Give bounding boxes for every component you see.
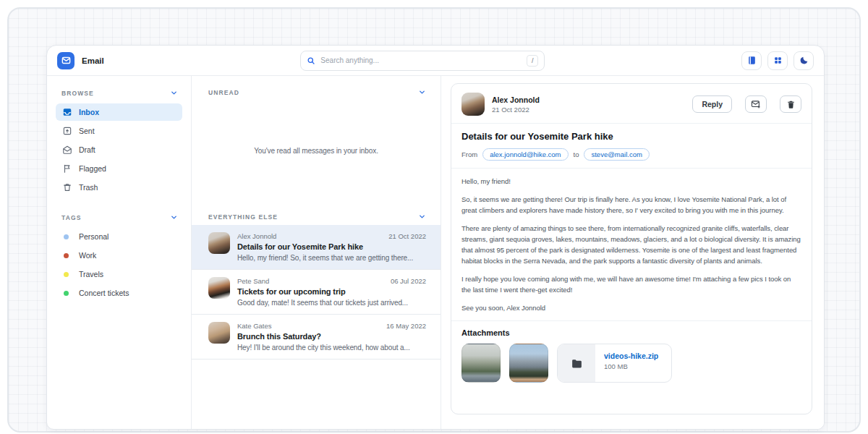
sidebar-item-label: Flagged [79, 164, 106, 173]
sidebar-item-flagged[interactable]: Flagged [56, 160, 182, 177]
tag-color-dot [64, 291, 69, 296]
detail-date: 21 Oct 2022 [492, 106, 540, 114]
tag-item-travels[interactable]: Travels [56, 265, 182, 283]
unread-label: UNREAD [208, 89, 239, 96]
email-body: Hello, my friend! So, it seems we are ge… [461, 176, 801, 313]
chevron-down-icon[interactable] [418, 88, 426, 96]
apps-button[interactable] [767, 51, 788, 70]
reading-pane: Alex Jonnold 21 Oct 2022 Reply D [441, 76, 824, 429]
chevron-down-icon[interactable] [170, 89, 178, 97]
mail-list-column: UNREAD You've read all messages in your … [192, 76, 441, 429]
folder-icon [558, 344, 595, 382]
email-date: 06 Jul 2022 [391, 277, 426, 285]
email-list-item[interactable]: Kate Gates 16 May 2022 Brunch this Satur… [192, 315, 441, 359]
body-paragraph: There are plenty of amazing things to se… [461, 223, 801, 266]
trash-icon [786, 100, 796, 109]
dark-mode-button[interactable] [793, 51, 814, 70]
browse-section-header: BROWSE [56, 83, 182, 103]
search-box[interactable]: / [300, 51, 545, 71]
tag-color-dot [64, 234, 69, 239]
file-attachment-card[interactable]: videos-hike.zip 100 MB [557, 344, 672, 383]
tag-color-dot [64, 272, 69, 277]
email-snippet: Hello, my friend! So, it seems that we a… [237, 254, 426, 262]
email-subject: Brunch this Saturday? [237, 332, 426, 341]
reply-button[interactable]: Reply [692, 95, 732, 113]
from-email-chip[interactable]: alex.jonnold@hike.com [482, 148, 568, 161]
sent-icon [62, 126, 72, 136]
brand: Email [57, 52, 104, 69]
envelope-plus-icon [751, 99, 761, 109]
email-list-item[interactable]: Alex Jonnold 21 Oct 2022 Details for our… [192, 225, 441, 270]
email-subject: Tickets for our upcoming trip [237, 287, 426, 296]
tag-item-personal[interactable]: Personal [56, 228, 182, 245]
avatar [461, 93, 485, 116]
email-item-content: Pete Sand 06 Jul 2022 Tickets for our up… [237, 277, 426, 307]
chevron-down-icon[interactable] [418, 213, 426, 221]
sidebar-item-draft[interactable]: Draft [56, 141, 182, 158]
body-signoff: See you soon, Alex Jonnold [461, 302, 801, 313]
sidebar-item-label: Draft [79, 145, 95, 154]
sidebar-item-inbox[interactable]: Inbox [56, 103, 182, 121]
from-to-row: From alex.jonnold@hike.com to steve@mail… [461, 148, 801, 161]
divider [451, 320, 812, 321]
attachments-heading: Attachments [461, 328, 801, 337]
search-shortcut-key: / [527, 55, 538, 67]
tag-color-dot [64, 253, 69, 258]
chevron-down-icon[interactable] [170, 213, 178, 221]
email-sender: Alex Jonnold [237, 232, 276, 240]
draft-icon [62, 145, 72, 155]
email-sender: Kate Gates [237, 322, 272, 330]
body-paragraph: So, it seems we are getting there! Our t… [461, 194, 801, 216]
tag-item-work[interactable]: Work [56, 247, 182, 264]
email-logo-icon [57, 52, 75, 69]
book-icon [747, 56, 757, 65]
topbar-actions [741, 51, 814, 70]
search-input[interactable] [320, 56, 522, 64]
detail-sender-name: Alex Jonnold [492, 95, 540, 104]
email-item-content: Alex Jonnold 21 Oct 2022 Details for our… [237, 232, 426, 262]
page-background: Email / [7, 7, 861, 433]
tags-section-header: TAGS [56, 208, 182, 228]
body-paragraph: Hello, my friend! [461, 176, 801, 187]
avatar [208, 322, 230, 344]
apps-grid-icon [773, 56, 783, 65]
unread-section-header: UNREAD [192, 76, 441, 101]
photo-attachment-thumbnail[interactable] [509, 344, 548, 383]
flag-icon [62, 163, 72, 174]
email-date: 21 Oct 2022 [388, 232, 426, 240]
everything-else-section-header: EVERYTHING ELSE [192, 200, 441, 225]
dark-mode-moon-icon [799, 56, 809, 65]
search-icon [307, 56, 315, 65]
tags-label: TAGS [61, 214, 81, 221]
file-name: videos-hike.zip [604, 352, 658, 360]
sidebar-item-label: Sent [79, 127, 95, 135]
top-bar: Email / [47, 46, 824, 76]
avatar [208, 232, 230, 254]
everything-else-label: EVERYTHING ELSE [208, 213, 278, 221]
to-email-chip[interactable]: steve@mail.com [584, 148, 649, 161]
tags-section: TAGS Personal Work Travels [56, 208, 182, 302]
email-subject: Details for our Yosemite Park hike [237, 242, 426, 251]
sidebar: BROWSE Inbox Sent Draft Flagged [47, 76, 192, 429]
sidebar-item-sent[interactable]: Sent [56, 122, 182, 140]
avatar [208, 277, 230, 299]
email-sender: Pete Sand [237, 277, 269, 285]
main-columns: BROWSE Inbox Sent Draft Flagged [47, 76, 824, 429]
inbox-icon [62, 107, 72, 117]
photo-attachment-thumbnail[interactable] [461, 344, 501, 383]
email-detail-card: Alex Jonnold 21 Oct 2022 Reply D [451, 83, 812, 414]
sidebar-item-label: Inbox [79, 108, 99, 116]
tag-item-concert-tickets[interactable]: Concert tickets [56, 284, 182, 302]
sidebar-item-trash[interactable]: Trash [56, 179, 182, 196]
book-button[interactable] [741, 51, 762, 70]
forward-button[interactable] [745, 95, 767, 113]
email-app-window: Email / [46, 45, 825, 430]
delete-button[interactable] [780, 95, 801, 113]
app-title: Email [82, 56, 104, 65]
tag-label: Personal [79, 232, 109, 241]
email-item-content: Kate Gates 16 May 2022 Brunch this Satur… [237, 322, 426, 352]
body-paragraph: I really hope you love coming along with… [461, 273, 801, 295]
tag-label: Travels [79, 270, 103, 278]
search-area: / [113, 51, 733, 71]
email-list-item[interactable]: Pete Sand 06 Jul 2022 Tickets for our up… [192, 270, 441, 315]
